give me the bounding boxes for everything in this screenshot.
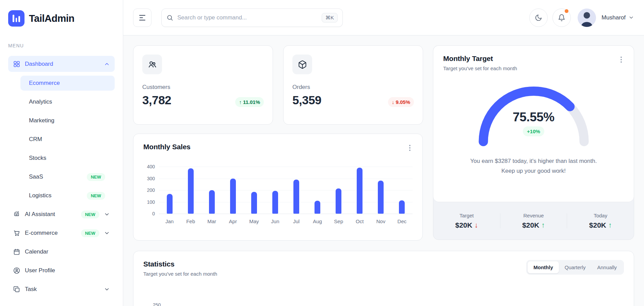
taildamin-logo-icon [8,10,25,27]
target-stat: Target $20K↓ [433,213,500,229]
sidebar-item-task[interactable]: Task [8,282,115,297]
bar-feb[interactable] [180,167,201,214]
sidebar-item-label: Calendar [25,248,110,255]
stat-label: Today [567,213,634,218]
sidebar-item-dashboard[interactable]: Dashboard [8,56,115,72]
sidebar-item-label: Task [25,286,99,293]
monthly-target-subtitle: Target you've set for each month [443,65,517,71]
bell-icon [558,14,565,21]
bar-oct[interactable] [349,167,370,214]
tab-annually[interactable]: Annually [591,261,623,273]
sidebar-item-label: CRM [29,136,110,143]
stat-value: $20K [522,221,539,229]
monthly-sales-chart: 400 300 200 100 0 [143,167,413,214]
chevron-down-icon [104,211,110,217]
monthly-sales-card: Monthly Sales 400 300 200 100 0 JanFebMa… [133,134,423,241]
grid-icon [13,60,20,68]
user-menu[interactable]: Musharof [601,14,634,21]
x-tick: Jun [264,218,286,224]
bar-apr[interactable] [222,167,243,214]
notification-dot [565,9,568,13]
new-badge: NEW [87,192,105,200]
y-tick: 300 [147,176,155,181]
bar-may[interactable] [243,167,264,214]
notifications-button[interactable] [552,9,571,27]
task-icon [13,286,20,293]
monthly-sales-title: Monthly Sales [143,143,191,151]
bar-jan[interactable] [159,167,180,214]
bar-aug[interactable] [307,167,328,214]
bar-plot [159,167,413,214]
sidebar-item-label: Ecommerce [29,80,110,87]
sidebar-item-analytics[interactable]: Analytics [20,94,115,109]
y-tick: 200 [147,187,155,193]
x-tick: Apr [222,218,243,224]
sidebar-item-crm[interactable]: CRM [20,132,115,147]
sidebar-item-label: Stocks [29,155,110,162]
bar-jun[interactable] [264,167,286,214]
x-tick: Feb [180,218,201,224]
more-options-icon[interactable] [407,143,413,153]
sidebar-item-label: Dashboard [25,61,99,67]
stat-value: $20K [455,221,472,229]
target-percent: 75.55% [473,110,594,124]
target-footer: Target $20K↓ Revenue $20K↑ Today $20K↑ [433,202,634,240]
sidebar-toggle-button[interactable] [133,9,151,27]
x-tick: Oct [349,218,370,224]
bar-sep[interactable] [328,167,349,214]
new-badge: NEW [81,211,99,218]
sidebar-item-label: SaaS [29,173,87,180]
delta-badge-up: ↑ 11.01% [235,97,264,107]
arrow-down-glyph: ↓ [474,221,478,229]
main-content: Customers 3,782 ↑ 11.01% Orders 5,359 ↓ … [123,35,644,306]
chevron-down-icon [628,15,634,20]
moon-icon [535,14,542,21]
statistics-card: Statistics Target you've set for each mo… [133,251,634,306]
customers-card: Customers 3,782 ↑ 11.01% [133,45,273,125]
bar-mar[interactable] [201,167,222,214]
sidebar-item-label: User Profile [25,267,110,274]
sidebar-item-saas[interactable]: SaaS NEW [20,169,115,184]
bar-dec[interactable] [391,167,413,214]
statistics-title: Statistics [143,260,217,268]
sidebar-item-label: Logistics [29,192,87,199]
dark-mode-toggle-button[interactable] [529,9,548,27]
bar-jul[interactable] [286,167,307,214]
orders-card: Orders 5,359 ↓ 9.05% [283,45,423,125]
menu-section-label: MENU [8,43,115,48]
bar-nov[interactable] [370,167,391,214]
user-circle-icon [13,267,20,274]
search-input[interactable] [177,14,318,21]
metric-value: 3,782 [142,93,171,107]
search-bar[interactable]: ⌘K [161,9,343,27]
period-segmented-control: Monthly Quarterly Annually [526,260,624,275]
sidebar-item-user-profile[interactable]: User Profile [8,263,115,278]
brand[interactable]: TailAdmin [8,0,115,27]
today-stat: Today $20K↑ [567,213,634,229]
new-badge: NEW [81,229,99,237]
monthly-target-title: Monthly Target [443,55,517,63]
stat-label: Revenue [500,213,567,218]
sidebar-item-logistics[interactable]: Logistics NEW [20,188,115,203]
x-tick: Jul [286,218,307,224]
chevron-down-icon [104,286,110,292]
x-tick: Mar [201,218,222,224]
more-options-icon[interactable] [618,55,624,65]
y-tick: 100 [147,199,155,205]
sidebar-item-label: Analytics [29,98,110,105]
avatar[interactable] [578,9,596,27]
target-message: You earn $3287 today, it's higher than l… [443,156,624,176]
y-tick-partial: 250 [153,302,161,306]
sidebar-item-e-commerce[interactable]: E-commerce NEW [8,226,115,241]
x-tick: Nov [370,218,391,224]
tab-monthly[interactable]: Monthly [528,261,559,273]
sidebar-item-ecommerce[interactable]: Ecommerce [20,76,115,91]
sidebar-item-ai-assistant[interactable]: AI Assistant NEW [8,207,115,222]
sidebar-item-calendar[interactable]: Calendar [8,244,115,259]
tab-quarterly[interactable]: Quarterly [559,261,592,273]
sidebar-item-stocks[interactable]: Stocks [20,151,115,166]
header-actions: Musharof [529,9,634,27]
sidebar-item-marketing[interactable]: Marketing [20,113,115,128]
y-tick: 0 [152,211,155,216]
sidebar: TailAdmin MENU Dashboard Ecommerce Analy… [0,0,123,306]
